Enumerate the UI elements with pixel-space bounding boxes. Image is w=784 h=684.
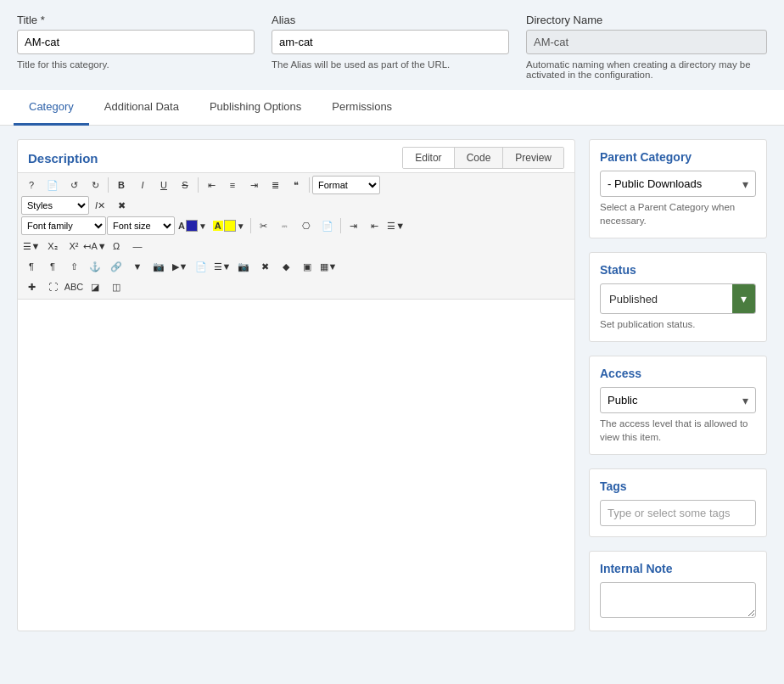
tab-permissions[interactable]: Permissions <box>316 90 407 126</box>
copy-btn[interactable]: ⎓ <box>275 216 295 235</box>
columns-btn[interactable]: ▦▼ <box>318 257 339 276</box>
sep4 <box>250 218 251 233</box>
paragraph-btn[interactable]: ¶ <box>21 257 42 276</box>
toolbar-row-3: Font family Arial Times New Roman Font s… <box>21 216 571 235</box>
align-left-btn[interactable]: ⇤ <box>201 176 221 194</box>
obj-btn[interactable]: ◆ <box>276 257 296 276</box>
sep1 <box>108 177 109 193</box>
editor-header: Description Editor Code Preview <box>18 140 574 172</box>
internal-note-textarea[interactable] <box>600 582 756 618</box>
editor-body[interactable] <box>18 300 574 435</box>
unordered-list-btn[interactable]: ☰▼ <box>21 237 42 255</box>
tab-editor[interactable]: Editor <box>403 148 454 168</box>
superscript-btn[interactable]: X² <box>64 237 84 255</box>
list-options-btn[interactable]: ☰▼ <box>386 216 406 235</box>
main-content: Description Editor Code Preview ? 📄 ↺ ↻ … <box>0 126 784 645</box>
parent-category-arrow-icon: ▾ <box>736 177 755 191</box>
font-family-select[interactable]: Font family Arial Times New Roman <box>21 216 106 235</box>
access-select-wrapper: Public Registered Special ▾ <box>600 387 756 413</box>
status-label: Published <box>601 287 732 311</box>
alias-input[interactable] <box>272 30 509 54</box>
tags-input[interactable]: Type or select some tags <box>600 500 756 526</box>
link-arrow-btn[interactable]: ▼ <box>127 257 148 276</box>
spellcheck-btn[interactable]: ABC <box>64 278 84 296</box>
template-btn[interactable]: ▣ <box>297 257 317 276</box>
table-btn[interactable]: ☰▼ <box>212 257 232 276</box>
toolbar-row-4: ☰▼ X₂ X² ↤A▼ Ω — <box>21 237 571 255</box>
styles-select[interactable]: Styles <box>21 196 89 215</box>
insert-btn[interactable]: ✚ <box>21 278 42 296</box>
dirname-input <box>526 30 767 54</box>
editor-tabs: Editor Code Preview <box>402 147 564 169</box>
tab-code[interactable]: Code <box>455 148 504 168</box>
parent-category-select-wrapper: - Public Downloads None ▾ <box>600 171 756 197</box>
image-btn[interactable]: 📷 <box>148 257 169 276</box>
highlight-color-btn[interactable]: A ▼ <box>210 216 248 235</box>
access-title: Access <box>600 367 756 380</box>
access-helper: The access level that is allowed to view… <box>600 417 756 444</box>
undo-btn[interactable]: ↺ <box>64 176 84 194</box>
anchor-btn[interactable]: ⚓ <box>85 257 105 276</box>
bold-btn[interactable]: B <box>111 176 132 194</box>
sep2 <box>198 177 199 193</box>
status-title: Status <box>600 263 756 277</box>
underline-btn[interactable]: U <box>154 176 174 194</box>
file-btn[interactable]: 📄 <box>191 257 211 276</box>
parent-category-helper: Select a Parent Category when necessary. <box>600 200 756 227</box>
italic-btn[interactable]: I <box>132 176 153 194</box>
toolbar: ? 📄 ↺ ↻ B I U S ⇤ ≡ ⇥ ≣ ❝ Format Paragra… <box>18 172 574 300</box>
align-right-btn[interactable]: ⇥ <box>244 176 264 194</box>
indent-btn[interactable]: ⇥ <box>344 216 364 235</box>
layout-btn[interactable]: ◪ <box>85 278 105 296</box>
status-wrapper: Published ▾ <box>600 283 756 314</box>
remove-format-btn[interactable]: ✖ <box>111 196 132 215</box>
blockquote-btn[interactable]: ❝ <box>286 176 306 194</box>
title-input[interactable] <box>17 30 255 54</box>
tags-title: Tags <box>600 479 756 493</box>
special-char-btn[interactable]: Ω <box>106 237 126 255</box>
new-doc-btn[interactable]: 📄 <box>42 176 63 194</box>
parent-category-select[interactable]: - Public Downloads None <box>601 171 736 196</box>
hr-btn[interactable]: — <box>127 237 148 255</box>
strikethrough-btn[interactable]: S <box>175 176 195 194</box>
link-btn[interactable]: 🔗 <box>106 257 126 276</box>
block-p-btn[interactable]: ¶ <box>42 257 63 276</box>
status-arrow-btn[interactable]: ▾ <box>732 284 755 313</box>
table2-btn[interactable]: ⛶ <box>42 278 63 296</box>
dirname-helper: Automatic naming when creating a directo… <box>526 59 767 80</box>
format-select[interactable]: Format Paragraph Heading 1 Heading 2 <box>312 176 380 194</box>
parent-category-card: Parent Category - Public Downloads None … <box>589 139 767 238</box>
preview-btn[interactable]: ◫ <box>106 278 126 296</box>
tab-preview[interactable]: Preview <box>503 148 563 168</box>
img2-btn[interactable]: 📷 <box>233 257 254 276</box>
paste-text-btn[interactable]: 📄 <box>317 216 338 235</box>
subscript-btn[interactable]: X₂ <box>42 237 63 255</box>
remove-img-btn[interactable]: ✖ <box>255 257 275 276</box>
font-color-btn[interactable]: A ▼ <box>176 216 210 235</box>
clear-formatting-btn[interactable]: I✕ <box>90 196 110 215</box>
tags-placeholder: Type or select some tags <box>608 507 731 519</box>
outdent-btn[interactable]: ⇤ <box>365 216 385 235</box>
media-btn[interactable]: ▶▼ <box>170 257 190 276</box>
dirname-field-group: Directory Name Automatic naming when cre… <box>526 14 767 80</box>
tab-additional-data[interactable]: Additional Data <box>89 90 194 126</box>
tab-category[interactable]: Category <box>14 90 89 126</box>
font-size-small-btn[interactable]: ↤A▼ <box>85 237 105 255</box>
access-arrow-icon: ▾ <box>736 394 755 407</box>
cut-btn[interactable]: ✂ <box>254 216 274 235</box>
toolbar-row-5: ¶ ¶ ⇧ ⚓ 🔗 ▼ 📷 ▶▼ 📄 ☰▼ 📷 ✖ ◆ ▣ ▦▼ <box>21 257 571 276</box>
toolbar-row-1: ? 📄 ↺ ↻ B I U S ⇤ ≡ ⇥ ≣ ❝ Format Paragra… <box>21 176 571 194</box>
font-size-select[interactable]: Font size 8pt 10pt 12pt <box>107 216 175 235</box>
toolbar-row-2: Styles I✕ ✖ <box>21 196 571 215</box>
redo-btn[interactable]: ↻ <box>85 176 105 194</box>
align-center-btn[interactable]: ≡ <box>222 176 243 194</box>
access-select[interactable]: Public Registered Special <box>601 388 736 412</box>
alias-label: Alias <box>272 14 509 26</box>
help-btn[interactable]: ? <box>21 176 42 194</box>
align-justify-btn[interactable]: ≣ <box>265 176 285 194</box>
status-card: Status Published ▾ Set publication statu… <box>589 252 767 342</box>
font-color-swatch <box>186 220 198 232</box>
tab-publishing-options[interactable]: Publishing Options <box>194 90 316 126</box>
paste-btn[interactable]: ⎔ <box>296 216 316 235</box>
upload-btn[interactable]: ⇧ <box>64 257 84 276</box>
